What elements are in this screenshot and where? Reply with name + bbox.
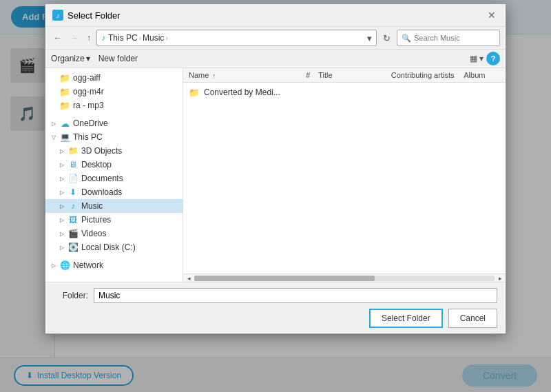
network-icon: 🌐	[59, 260, 70, 270]
dialog-overlay: ♪ Select Folder ✕ ← → ↑ ♪ This PC › Musi…	[0, 0, 551, 392]
view-arrow-icon: ▾	[479, 54, 484, 63]
documents-icon: 📄	[67, 174, 79, 183]
scroll-track	[194, 276, 495, 281]
tree-item-ogg-aiff[interactable]: 📁 ogg-aiff	[45, 71, 183, 85]
tree-item-3dobjects[interactable]: ▷ 📁 3D Objects	[45, 144, 183, 158]
tree-item-onedrive[interactable]: ▷ ☁ OneDrive	[45, 116, 183, 130]
downloads-icon: ⬇	[67, 187, 79, 197]
tree-label: ogg-m4r	[73, 87, 104, 96]
tree-item-music[interactable]: ▷ ♪ Music	[45, 199, 183, 213]
localdisk-icon: 💽	[67, 243, 79, 252]
expand-icon: ▷	[58, 229, 66, 238]
folder-row: Folder:	[54, 288, 497, 303]
address-dropdown-button[interactable]: ▾	[367, 33, 372, 43]
expand-icon: ▷	[50, 119, 58, 127]
tree-item-localdisk[interactable]: ▷ 💽 Local Disk (C:)	[45, 240, 183, 254]
tree-label: ogg-aiff	[73, 73, 101, 83]
file-list: 📁 Converted by Medi...	[183, 83, 506, 274]
tree-item-ra-mp3[interactable]: 📁 ra - mp3	[45, 99, 183, 112]
address-bar: ♪ This PC › Music › ▾	[96, 30, 377, 46]
breadcrumb-music[interactable]: Music	[143, 33, 164, 43]
tree-label: OneDrive	[73, 118, 108, 128]
sort-arrow-icon: ↑	[212, 72, 216, 79]
dialog-sub-toolbar: Organize ▾ New folder ▦ ▾ ?	[45, 50, 506, 68]
tree-label: Downloads	[81, 187, 122, 197]
dialog-close-button[interactable]: ✕	[485, 8, 499, 22]
folder-icon: 📁	[59, 73, 70, 83]
expand-icon: ▷	[58, 188, 66, 196]
file-header: Name ↑ # Title Contributing artists Albu…	[183, 68, 506, 83]
organize-button[interactable]: Organize ▾	[51, 54, 90, 63]
nav-tree[interactable]: 📁 ogg-aiff 📁 ogg-m4r 📁 ra - mp3 ▷ ☁	[45, 68, 183, 282]
dialog-title-text: Select Folder	[67, 10, 121, 21]
file-name: Converted by Medi...	[204, 87, 280, 97]
expand-icon: ▷	[58, 216, 66, 224]
breadcrumb-thispc[interactable]: This PC	[108, 33, 138, 43]
folder-icon: 📁	[67, 146, 79, 156]
folder-label: Folder:	[54, 291, 88, 300]
tree-label: Local Disk (C:)	[81, 243, 136, 252]
onedrive-icon: ☁	[59, 118, 70, 128]
tree-label: Pictures	[81, 215, 111, 225]
tree-item-network[interactable]: ▷ 🌐 Network	[45, 258, 183, 272]
tree-item-documents[interactable]: ▷ 📄 Documents	[45, 172, 183, 185]
tree-item-desktop[interactable]: ▷ 🖥 Desktop	[45, 158, 183, 172]
dialog-nav-toolbar: ← → ↑ ♪ This PC › Music › ▾ ↻ 🔍	[45, 27, 506, 50]
pictures-icon: 🖼	[67, 215, 79, 225]
refresh-button[interactable]: ↻	[380, 31, 394, 45]
expand-icon: ▽	[50, 133, 58, 141]
nav-back-button[interactable]: ←	[51, 32, 65, 44]
view-button[interactable]: ▦ ▾	[470, 54, 484, 63]
breadcrumb: This PC › Music ›	[108, 33, 364, 43]
tree-label: Music	[81, 201, 103, 211]
dialog-footer: Folder: Select Folder Cancel	[45, 282, 506, 333]
tree-item-ogg-m4r[interactable]: 📁 ogg-m4r	[45, 85, 183, 99]
col-album-header[interactable]: Album	[464, 71, 500, 79]
videos-icon: 🎬	[67, 229, 79, 238]
expand-icon: ▷	[50, 261, 58, 269]
expand-icon	[50, 87, 58, 96]
nav-forward-button[interactable]: →	[67, 32, 81, 44]
tree-label: Documents	[81, 174, 123, 183]
file-item-converted[interactable]: 📁 Converted by Medi...	[183, 85, 506, 99]
search-input[interactable]	[414, 34, 495, 42]
nav-up-button[interactable]: ↑	[84, 32, 94, 44]
dialog-titlebar: ♪ Select Folder ✕	[45, 4, 506, 27]
expand-icon	[50, 101, 58, 110]
tree-item-downloads[interactable]: ▷ ⬇ Downloads	[45, 185, 183, 199]
search-icon: 🔍	[402, 34, 411, 43]
tree-label: Videos	[81, 229, 106, 238]
address-music-icon: ♪	[101, 33, 105, 43]
expand-icon: ▷	[58, 147, 66, 155]
folder-icon: 📁	[59, 87, 70, 96]
select-folder-button[interactable]: Select Folder	[369, 309, 443, 328]
breadcrumb-sep1: ›	[139, 34, 141, 42]
new-folder-button[interactable]: New folder	[98, 54, 138, 63]
select-folder-dialog: ♪ Select Folder ✕ ← → ↑ ♪ This PC › Musi…	[45, 3, 506, 334]
file-area: Name ↑ # Title Contributing artists Albu…	[183, 68, 506, 282]
dialog-title-area: ♪ Select Folder	[52, 10, 121, 21]
col-num-header[interactable]: #	[298, 71, 318, 79]
tree-item-pictures[interactable]: ▷ 🖼 Pictures	[45, 213, 183, 227]
col-contributing-header[interactable]: Contributing artists	[391, 71, 464, 79]
col-name-header[interactable]: Name ↑	[189, 71, 298, 79]
search-box: 🔍	[397, 30, 500, 46]
tree-label: Network	[73, 260, 103, 270]
tree-item-videos[interactable]: ▷ 🎬 Videos	[45, 227, 183, 240]
dialog-title-icon: ♪	[52, 10, 63, 21]
scroll-right-button[interactable]: ▸	[496, 274, 504, 282]
tree-label: This PC	[73, 132, 103, 142]
organize-label: Organize	[51, 54, 85, 63]
folder-input[interactable]	[94, 288, 497, 303]
tree-item-thispc[interactable]: ▽ 💻 This PC	[45, 130, 183, 144]
tree-label: ra - mp3	[73, 101, 104, 110]
expand-icon: ▷	[58, 161, 66, 169]
help-button[interactable]: ?	[486, 52, 500, 65]
dialog-body: 📁 ogg-aiff 📁 ogg-m4r 📁 ra - mp3 ▷ ☁	[45, 68, 506, 282]
col-title-header[interactable]: Title	[318, 71, 391, 79]
organize-arrow-icon: ▾	[86, 54, 90, 63]
cancel-button[interactable]: Cancel	[448, 309, 497, 328]
scroll-left-button[interactable]: ◂	[185, 274, 193, 282]
horizontal-scrollbar[interactable]: ◂ ▸	[183, 274, 506, 282]
expand-icon: ▷	[58, 243, 66, 251]
